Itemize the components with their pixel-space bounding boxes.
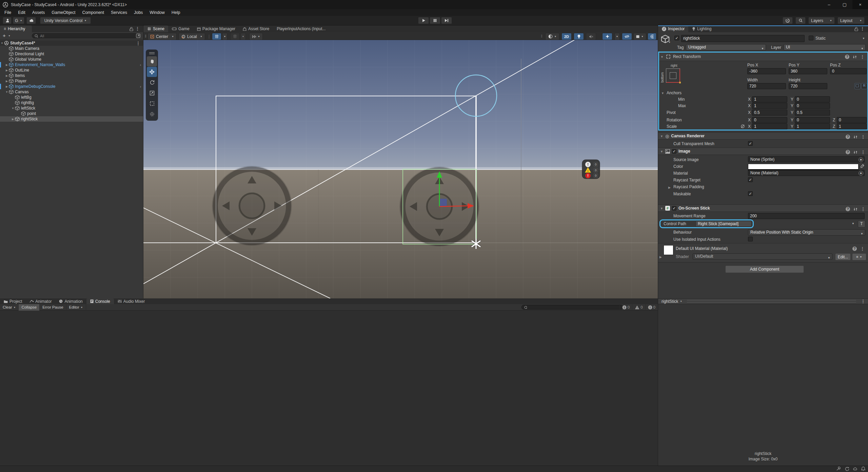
layout-dropdown[interactable]: Layout xyxy=(837,17,865,24)
shader-edit-button[interactable]: Edit... xyxy=(835,253,851,260)
minimize-button[interactable]: – xyxy=(821,0,837,9)
hierarchy-item[interactable]: ▶OutLine xyxy=(0,67,143,73)
cull-transparent-mesh-checkbox[interactable] xyxy=(748,141,753,146)
camera-settings-dropdown[interactable] xyxy=(633,33,646,40)
gizmos-dropdown[interactable] xyxy=(648,33,656,40)
scene-visibility-icon[interactable] xyxy=(136,34,140,38)
tab-project[interactable]: Project xyxy=(0,298,26,304)
add-component-button[interactable]: Add Component xyxy=(725,266,804,273)
scale-z-field[interactable]: 1 xyxy=(837,123,867,130)
help-icon[interactable] xyxy=(846,135,850,139)
scene-menu-icon[interactable] xyxy=(136,41,140,46)
inspector-menu-icon[interactable] xyxy=(860,26,865,31)
presets-icon[interactable] xyxy=(853,150,857,154)
grid-snap-toggle[interactable] xyxy=(212,33,221,40)
static-dropdown-icon[interactable]: ▼ xyxy=(862,37,865,40)
help-icon[interactable] xyxy=(846,150,850,154)
hierarchy-item[interactable]: ▼Canvas xyxy=(0,89,143,95)
presets-icon[interactable] xyxy=(853,135,857,139)
help-icon[interactable] xyxy=(852,247,857,251)
hand-tool-button[interactable] xyxy=(147,56,157,66)
foldout-icon[interactable]: ▶ xyxy=(11,118,15,121)
on-screen-stick-header[interactable]: # On-Screen Stick xyxy=(658,204,868,212)
console-error-pause-button[interactable]: Error Pause xyxy=(40,304,66,311)
menu-component[interactable]: Component xyxy=(79,9,107,16)
play-button[interactable] xyxy=(418,17,429,24)
console-editor-dropdown[interactable]: Editor▼ xyxy=(66,304,86,311)
foldout-icon[interactable] xyxy=(659,254,662,259)
rotate-tool-button[interactable] xyxy=(147,77,157,87)
create-button[interactable]: + xyxy=(3,33,6,38)
menu-file[interactable]: File xyxy=(1,9,14,16)
grid-snap-dropdown[interactable] xyxy=(222,33,228,40)
hierarchy-item[interactable]: ▶Environment_Narrow_Walls› xyxy=(0,62,143,67)
effects-toggle[interactable] xyxy=(602,33,612,40)
material-field[interactable]: None (Material)◉ xyxy=(748,170,865,176)
foldout-icon[interactable]: ▼ xyxy=(5,91,9,94)
component-menu-icon[interactable] xyxy=(860,54,865,59)
foldout-icon[interactable]: ▶ xyxy=(5,74,9,77)
foldout-icon[interactable]: ▶ xyxy=(5,63,9,66)
scene-lighting-toggle[interactable] xyxy=(574,33,584,40)
tab-animation[interactable]: Animation xyxy=(55,298,86,304)
move-tool-button[interactable] xyxy=(147,67,157,77)
account-org-dropdown[interactable]: G xyxy=(13,17,24,24)
build-status-icon[interactable] xyxy=(836,467,841,471)
hierarchy-search[interactable] xyxy=(32,33,138,38)
tab-console[interactable]: Console xyxy=(86,298,114,304)
menu-services[interactable]: Services xyxy=(108,9,130,16)
component-enabled-checkbox[interactable] xyxy=(672,206,676,211)
rotation-x-field[interactable]: 0 xyxy=(752,117,787,123)
tab-hierarchy[interactable]: ≡ Hierarchy xyxy=(0,25,32,32)
static-checkbox[interactable] xyxy=(809,36,813,40)
console-search[interactable] xyxy=(521,305,623,310)
tab-player-input-actions[interactable]: PlayerInputActions (Input... xyxy=(273,25,329,32)
tab-package-manager[interactable]: Package Manager xyxy=(193,25,239,32)
active-checkbox[interactable] xyxy=(674,36,679,40)
hierarchy-item-selected[interactable]: ▶rightStick xyxy=(0,116,143,122)
prefab-chevron-icon[interactable]: › xyxy=(140,63,141,67)
hierarchy-item[interactable]: rightBg xyxy=(0,100,143,105)
account-button[interactable] xyxy=(3,17,12,24)
anchors-foldout-icon[interactable] xyxy=(661,91,664,95)
warning-count-badge[interactable]: ! 0 xyxy=(632,304,645,311)
tab-animator[interactable]: Animator xyxy=(26,298,55,304)
close-button[interactable]: × xyxy=(852,0,868,9)
info-count-badge[interactable]: ! 0 xyxy=(619,304,632,311)
tag-dropdown[interactable]: Untagged xyxy=(686,44,766,51)
foldout-icon[interactable]: ▶ xyxy=(5,69,9,72)
pos-z-field[interactable]: 0 xyxy=(830,68,867,74)
component-menu-icon[interactable] xyxy=(861,150,865,155)
pos-y-field[interactable]: 360 xyxy=(789,68,827,74)
object-picker-icon[interactable]: ◉ xyxy=(859,157,863,162)
cloud-button[interactable] xyxy=(26,17,36,24)
hierarchy-item[interactable]: Global Volume xyxy=(0,57,143,62)
foldout-icon[interactable] xyxy=(660,54,664,59)
hierarchy-item[interactable]: leftBg xyxy=(0,95,143,100)
foldout-icon[interactable] xyxy=(668,185,671,190)
menu-jobs[interactable]: Jobs xyxy=(131,9,146,16)
prefab-chevron-icon[interactable]: › xyxy=(140,85,141,88)
scene-viewport[interactable]: ! ! ! 0 0 0 xyxy=(143,40,658,298)
snap-settings-button[interactable] xyxy=(249,33,263,40)
tab-audio-mixer[interactable]: Audio Mixer xyxy=(114,298,149,304)
presets-icon[interactable] xyxy=(853,207,857,211)
pivot-x-field[interactable]: 0.5 xyxy=(752,110,787,116)
foldout-icon[interactable]: ▶ xyxy=(5,80,9,83)
debug-console-overlay[interactable]: ! ! ! 0 0 0 xyxy=(582,160,600,179)
left-joystick[interactable] xyxy=(212,166,292,246)
help-icon[interactable] xyxy=(846,207,850,211)
presets-icon[interactable] xyxy=(853,55,857,59)
width-field[interactable]: 720 xyxy=(747,83,786,89)
gizmo-xy-plane-handle[interactable] xyxy=(440,199,447,206)
foldout-icon[interactable]: ▼ xyxy=(11,107,15,110)
foldout-icon[interactable]: ▶ xyxy=(5,85,9,88)
gameobject-icon-dropdown[interactable]: ▼ xyxy=(668,41,671,43)
cloud-status-icon[interactable] xyxy=(853,467,857,471)
pos-x-field[interactable]: -360 xyxy=(747,68,786,74)
pivot-y-field[interactable]: 0.5 xyxy=(795,110,830,116)
isolated-input-checkbox[interactable] xyxy=(748,237,753,241)
tool-orientation-dropdown[interactable]: Local xyxy=(179,33,205,40)
hierarchy-item[interactable]: ▶Items xyxy=(0,73,143,78)
anchors-min-x-field[interactable]: 1 xyxy=(752,96,787,102)
